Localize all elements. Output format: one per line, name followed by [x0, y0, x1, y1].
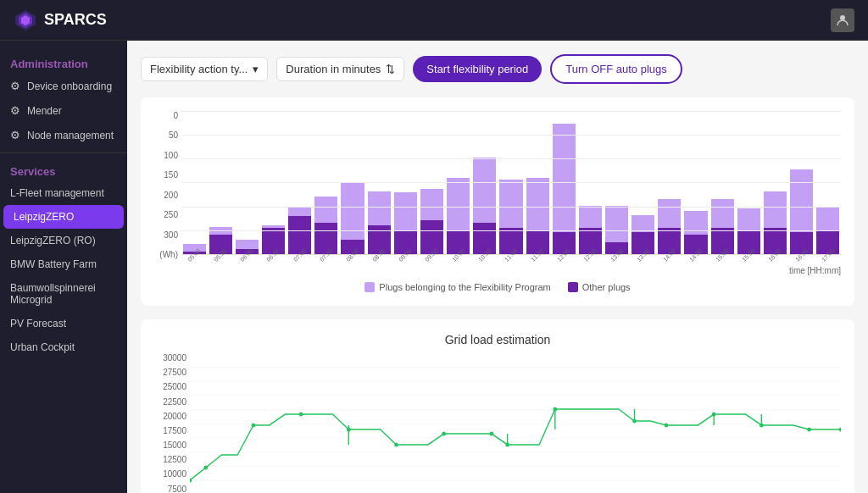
bar-chart-wrap: (Wh) 300 250 200 150 100 50 0 [154, 111, 841, 292]
legend-color-a [364, 282, 375, 292]
y-tick: 50 [154, 130, 178, 140]
bar-group [392, 111, 418, 254]
bar-group [366, 111, 392, 254]
y-tick: 25000 [154, 382, 186, 391]
bar-group [234, 111, 259, 254]
bar-group [340, 111, 365, 254]
bars-container [181, 111, 841, 255]
svg-point-22 [442, 432, 446, 436]
sidebar-item-bmw[interactable]: BMW Battery Farm [0, 252, 127, 276]
bar-group [577, 111, 603, 254]
bar-segment-a [658, 199, 681, 228]
gear-icon: ⚙ [10, 129, 20, 141]
bar-segment-a [314, 197, 337, 223]
svg-point-30 [807, 428, 811, 432]
topbar: SPARCS [0, 0, 868, 41]
bar-group [683, 111, 709, 254]
line-chart-wrap: 2500 5000 7500 10000 12500 15000 17500 2… [154, 353, 841, 493]
sidebar-item-leipzigzero-ro[interactable]: LeipzigZERO (RO) [0, 229, 127, 252]
bar-group [446, 111, 471, 254]
y-tick: 250 [154, 210, 178, 219]
bar-segment-a [737, 208, 760, 230]
bar-segment-a [420, 189, 443, 220]
y-tick: 0 [154, 111, 178, 120]
sidebar-item-label: Baumwollspinnerei Microgrid [10, 282, 117, 306]
legend-color-b [568, 282, 578, 292]
bar-segment-a [790, 169, 813, 232]
y-tick: 27500 [154, 368, 186, 377]
svg-point-27 [665, 424, 669, 428]
content-area: Flexibility action ty... ▾ Duration in m… [127, 41, 868, 493]
line-chart-svg [190, 353, 841, 493]
bar-segment-a [447, 178, 470, 230]
gear-icon: ⚙ [10, 80, 20, 92]
start-flexibility-button[interactable]: Start flexibility period [413, 56, 542, 82]
bar-segment-a [579, 206, 602, 228]
bar-segment-a [341, 182, 364, 240]
y-tick: 150 [154, 170, 178, 180]
legend-item-b: Other plugs [568, 282, 631, 292]
dropdown-label: Flexibility action ty... [150, 63, 248, 75]
y-tick: 17500 [154, 426, 186, 435]
topbar-right [831, 8, 854, 32]
sidebar-item-node-management[interactable]: ⚙ Node management [0, 123, 127, 147]
legend-label-a: Plugs belonging to the Flexibility Progr… [379, 282, 550, 292]
sidebar-item-mender[interactable]: ⚙ Mender [0, 98, 127, 123]
bar-group [736, 111, 761, 254]
dropdown-label: Duration in minutes [286, 63, 381, 75]
logo: SPARCS [14, 8, 107, 32]
y-tick: 20000 [154, 412, 186, 421]
bar-segment-a [711, 199, 734, 228]
bar-chart-legend: Plugs belonging to the Flexibility Progr… [154, 282, 841, 292]
sidebar-item-device-onboarding[interactable]: ⚙ Device onboarding [0, 74, 127, 98]
sidebar-services-title: Services [0, 158, 127, 181]
bar-group [472, 111, 498, 254]
bar-group [762, 111, 787, 254]
bar-group [815, 111, 841, 254]
line-chart-title: Grid load estimation [154, 333, 841, 346]
bar-segment-a [816, 207, 839, 230]
gear-icon: ⚙ [10, 104, 20, 117]
svg-point-17 [203, 466, 208, 470]
sidebar-item-leipzigzero[interactable]: LeipzigZERO [3, 205, 124, 229]
user-icon[interactable] [831, 8, 854, 32]
chevron-down-icon: ▾ [253, 63, 259, 75]
sidebar-item-urban[interactable]: Urban Cockpit [0, 335, 127, 359]
bar-group [287, 111, 313, 254]
sidebar-item-l-fleet[interactable]: L-Fleet management [0, 181, 127, 205]
chevron-up-down-icon: ⇅ [386, 63, 395, 75]
svg-point-21 [394, 443, 398, 447]
sidebar-item-label: Urban Cockpit [10, 341, 75, 353]
y-tick: 10000 [154, 469, 186, 479]
bar-group [314, 111, 339, 254]
y-tick: (Wh) [154, 250, 178, 259]
bar-segment-a [526, 178, 549, 230]
legend-label-b: Other plugs [582, 282, 631, 292]
y-tick: 300 [154, 230, 178, 240]
y-tick: 15000 [154, 440, 186, 450]
bar-group [657, 111, 682, 254]
flexibility-action-dropdown[interactable]: Flexibility action ty... ▾ [141, 57, 268, 81]
sidebar-item-label: Mender [27, 105, 62, 117]
bar-group [525, 111, 550, 254]
bar-chart-plot-area: 05:0005:3006:0006:3007:0007:3008:0008:30… [181, 111, 841, 275]
bar-segment-a [684, 211, 707, 235]
bar-segment-a [394, 192, 417, 230]
y-tick: 22500 [154, 397, 186, 407]
bar-chart-yaxis: (Wh) 300 250 200 150 100 50 0 [154, 111, 181, 259]
sidebar-item-baumwoll[interactable]: Baumwollspinnerei Microgrid [0, 276, 127, 312]
duration-dropdown[interactable]: Duration in minutes ⇅ [276, 57, 404, 81]
bar-chart-container: (Wh) 300 250 200 150 100 50 0 [141, 97, 854, 306]
bar-segment-a [288, 207, 311, 216]
bar-group [709, 111, 735, 254]
svg-point-31 [839, 428, 841, 432]
turn-off-auto-plugs-button[interactable]: Turn OFF auto plugs [550, 54, 682, 84]
bar-group [498, 111, 524, 254]
sidebar-item-label: Device onboarding [27, 80, 112, 92]
sidebar-item-pv[interactable]: PV Forecast [0, 312, 127, 335]
bar-segment-a [632, 215, 654, 232]
y-tick: 7500 [154, 485, 186, 493]
sidebar-item-label: LeipzigZERO (RO) [10, 235, 96, 246]
bar-group [631, 111, 656, 254]
bar-group [181, 111, 207, 254]
